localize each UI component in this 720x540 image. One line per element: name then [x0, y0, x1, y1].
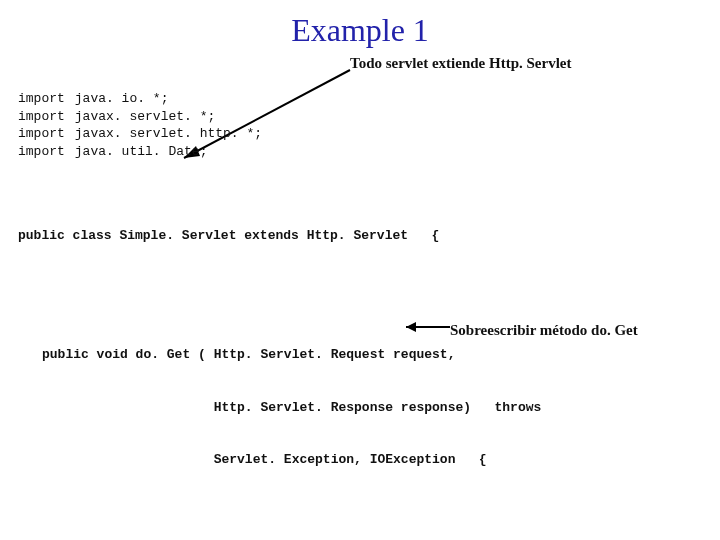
method-line: public void do. Get ( Http. Servlet. Req…	[42, 346, 702, 364]
import-pkg: javax. servlet. http. *;	[75, 125, 262, 143]
import-pkg: java. util. Date;	[75, 143, 262, 161]
import-kw: import	[18, 125, 65, 143]
import-pkg: javax. servlet. *;	[75, 108, 262, 126]
import-pkg: java. io. *;	[75, 90, 262, 108]
code-block: import import import import java. io. *;…	[18, 55, 702, 540]
method-line: Http. Servlet. Response response) throws	[42, 399, 702, 417]
method-signature: public void do. Get ( Http. Servlet. Req…	[42, 311, 702, 504]
slide-title: Example 1	[18, 12, 702, 49]
import-kw: import	[18, 143, 65, 161]
imports-block: import import import import java. io. *;…	[18, 90, 702, 160]
class-declaration: public class Simple. Servlet extends Htt…	[18, 227, 702, 245]
import-kw: import	[18, 108, 65, 126]
import-kw: import	[18, 90, 65, 108]
method-line: Servlet. Exception, IOException {	[42, 451, 702, 469]
